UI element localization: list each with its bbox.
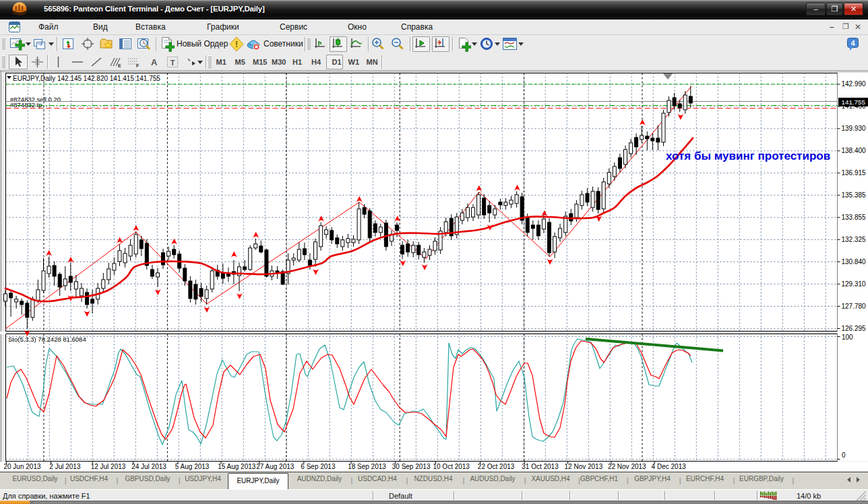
svg-text:EURJPY,Daily 142.145 142.820: EURJPY,Daily 142.145 142.820 141.415 141… (13, 75, 160, 82)
svg-text:132.325: 132.325 (842, 236, 867, 243)
svg-text:141.755: 141.755 (842, 98, 866, 106)
svg-text:130.840: 130.840 (842, 258, 867, 265)
svg-text:138.400: 138.400 (842, 147, 867, 154)
svg-text:127.780: 127.780 (842, 303, 867, 310)
svg-text:129.310: 129.310 (842, 280, 867, 288)
svg-text:12 Jul 2013: 12 Jul 2013 (91, 463, 126, 470)
svg-text:0: 0 (842, 451, 846, 459)
svg-text:18 Sep 2013: 18 Sep 2013 (348, 463, 386, 470)
svg-text:T: T (170, 59, 175, 67)
svg-text:139.930: 139.930 (842, 125, 867, 132)
svg-text:20 Jun 2013: 20 Jun 2013 (3, 463, 40, 470)
svg-text:133.855: 133.855 (842, 214, 867, 221)
svg-text:5 Aug 2013: 5 Aug 2013 (175, 463, 210, 470)
svg-text:6 Sep 2013: 6 Sep 2013 (301, 463, 336, 470)
svg-text:#874832 tp: #874832 tp (10, 101, 42, 108)
svg-text:F: F (136, 63, 140, 68)
svg-text:31 Oct 2013: 31 Oct 2013 (522, 463, 559, 470)
svg-text:15 Aug 2013: 15 Aug 2013 (218, 463, 256, 470)
svg-text:2 Jul 2013: 2 Jul 2013 (49, 463, 81, 470)
svg-text:135.385: 135.385 (842, 191, 867, 199)
svg-text:хотя бы мувинг протестиров: хотя бы мувинг протестиров (666, 150, 830, 162)
svg-text:Sto(5,3,3) 78.2428 81.6084: Sto(5,3,3) 78.2428 81.6084 (8, 336, 86, 343)
svg-text:22 Oct 2013: 22 Oct 2013 (478, 463, 515, 470)
svg-text:22 Nov 2013: 22 Nov 2013 (608, 463, 646, 470)
svg-text:24 Jul 2013: 24 Jul 2013 (131, 463, 166, 470)
svg-text:136.915: 136.915 (842, 169, 867, 177)
svg-text:142.990: 142.990 (842, 80, 867, 88)
svg-text:30 Sep 2013: 30 Sep 2013 (392, 463, 431, 470)
svg-text:12 Nov 2013: 12 Nov 2013 (565, 463, 603, 470)
svg-text:4 Dec 2013: 4 Dec 2013 (652, 463, 687, 470)
svg-text:4: 4 (850, 39, 855, 47)
svg-text:126.295: 126.295 (842, 325, 867, 332)
svg-text:E: E (118, 63, 121, 68)
svg-text:!: ! (235, 40, 238, 49)
svg-text:100: 100 (842, 334, 853, 341)
svg-text:27 Aug 2013: 27 Aug 2013 (256, 463, 294, 470)
svg-text:10 Oct 2013: 10 Oct 2013 (433, 463, 470, 470)
